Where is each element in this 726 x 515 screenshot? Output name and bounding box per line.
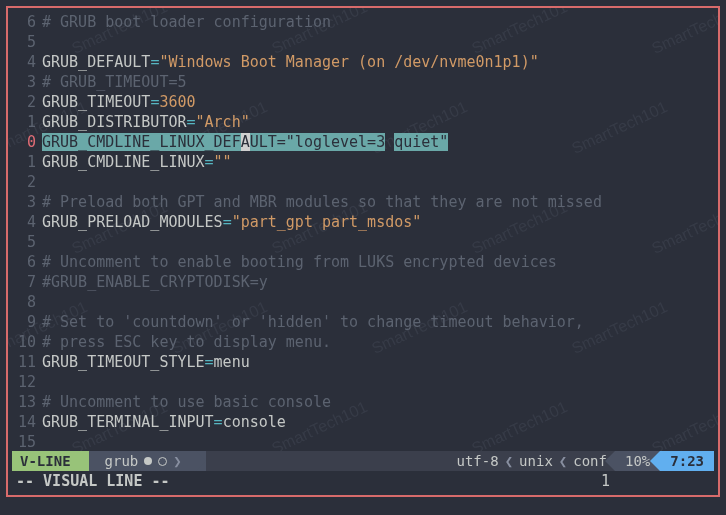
code-line[interactable]: 11GRUB_TIMEOUT_STYLE=menu (12, 352, 714, 372)
code-line[interactable]: 5 (12, 32, 714, 52)
line-number: 9 (12, 312, 42, 332)
code-line[interactable]: 2GRUB_TIMEOUT=3600 (12, 92, 714, 112)
line-number: 10 (12, 332, 42, 352)
code-content: # GRUB boot loader configuration (42, 12, 714, 32)
code-line[interactable]: 4GRUB_PRELOAD_MODULES="part_gpt part_msd… (12, 212, 714, 232)
code-content: # GRUB_TIMEOUT=5 (42, 72, 714, 92)
code-content: GRUB_DISTRIBUTOR="Arch" (42, 112, 714, 132)
encoding: utf-8 (457, 451, 499, 471)
position-segment: 7:23 (660, 451, 714, 471)
code-content: GRUB_PRELOAD_MODULES="part_gpt part_msdo… (42, 212, 714, 232)
filename: grub (105, 451, 139, 471)
filetype: conf (573, 451, 607, 471)
code-content (42, 372, 714, 392)
line-number: 1 (12, 112, 42, 132)
code-content (42, 432, 714, 449)
code-line[interactable]: 6# GRUB boot loader configuration (12, 12, 714, 32)
visual-count: 1 (601, 471, 710, 491)
code-line[interactable]: 5 (12, 232, 714, 252)
editor-area[interactable]: 6# GRUB boot loader configuration54GRUB_… (12, 12, 714, 449)
line-number: 7 (12, 272, 42, 292)
line-number: 6 (12, 252, 42, 272)
editor-frame: SmartTech101 SmartTech101 SmartTech101 S… (6, 6, 720, 497)
mode-message: -- VISUAL LINE -- (16, 471, 170, 491)
code-line[interactable]: 8 (12, 292, 714, 312)
code-line[interactable]: 3# Preload both GPT and MBR modules so t… (12, 192, 714, 212)
line-number: 0 (12, 132, 42, 152)
line-number: 2 (12, 172, 42, 192)
code-content: GRUB_TIMEOUT=3600 (42, 92, 714, 112)
line-number: 4 (12, 212, 42, 232)
code-content (42, 32, 714, 52)
line-number: 1 (12, 152, 42, 172)
line-ending: unix (519, 451, 553, 471)
line-number: 2 (12, 92, 42, 112)
chevron-right-icon: ❯ (173, 451, 181, 471)
code-content: # Set to 'countdown' or 'hidden' to chan… (42, 312, 714, 332)
code-line[interactable]: 6# Uncomment to enable booting from LUKS… (12, 252, 714, 272)
code-content: # press ESC key to display menu. (42, 332, 714, 352)
line-number: 5 (12, 32, 42, 52)
code-content (42, 172, 714, 192)
code-line[interactable]: 0GRUB_CMDLINE_LINUX_DEFAULT="loglevel=3 … (12, 132, 714, 152)
code-content: GRUB_TERMINAL_INPUT=console (42, 412, 714, 432)
encoding-segment: utf-8 ❮ unix ❮ conf (449, 451, 615, 471)
code-line[interactable]: 3# GRUB_TIMEOUT=5 (12, 72, 714, 92)
line-number: 8 (12, 292, 42, 312)
mode-indicator: V-LINE (12, 451, 89, 471)
modified-dot-icon (144, 457, 152, 465)
line-number: 11 (12, 352, 42, 372)
code-line[interactable]: 1GRUB_DISTRIBUTOR="Arch" (12, 112, 714, 132)
readonly-ring-icon (158, 457, 167, 466)
code-line[interactable]: 2 (12, 172, 714, 192)
code-line[interactable]: 14GRUB_TERMINAL_INPUT=console (12, 412, 714, 432)
code-content: GRUB_CMDLINE_LINUX="" (42, 152, 714, 172)
line-number: 4 (12, 52, 42, 72)
command-line[interactable]: -- VISUAL LINE -- 1 (12, 471, 714, 491)
code-content: # Uncomment to enable booting from LUKS … (42, 252, 714, 272)
code-content: GRUB_DEFAULT="Windows Boot Manager (on /… (42, 52, 714, 72)
code-content (42, 232, 714, 252)
code-line[interactable]: 9# Set to 'countdown' or 'hidden' to cha… (12, 312, 714, 332)
line-number: 12 (12, 372, 42, 392)
status-bar: V-LINE grub ❯ utf-8 ❮ unix ❮ conf 10% 7:… (12, 451, 714, 471)
code-content: #GRUB_ENABLE_CRYPTODISK=y (42, 272, 714, 292)
file-segment: grub ❯ (89, 451, 206, 471)
line-number: 6 (12, 12, 42, 32)
chevron-left-icon: ❮ (559, 451, 567, 471)
code-line[interactable]: 12 (12, 372, 714, 392)
code-content: GRUB_TIMEOUT_STYLE=menu (42, 352, 714, 372)
code-content (42, 292, 714, 312)
code-content: # Uncomment to use basic console (42, 392, 714, 412)
code-line[interactable]: 4GRUB_DEFAULT="Windows Boot Manager (on … (12, 52, 714, 72)
chevron-left-icon: ❮ (505, 451, 513, 471)
code-line[interactable]: 10# press ESC key to display menu. (12, 332, 714, 352)
line-number: 14 (12, 412, 42, 432)
code-content: GRUB_CMDLINE_LINUX_DEFAULT="loglevel=3 q… (42, 132, 714, 152)
code-line[interactable]: 15 (12, 432, 714, 449)
code-content: # Preload both GPT and MBR modules so th… (42, 192, 714, 212)
code-line[interactable]: 13# Uncomment to use basic console (12, 392, 714, 412)
code-line[interactable]: 7#GRUB_ENABLE_CRYPTODISK=y (12, 272, 714, 292)
line-number: 3 (12, 192, 42, 212)
code-line[interactable]: 1GRUB_CMDLINE_LINUX="" (12, 152, 714, 172)
line-number: 3 (12, 72, 42, 92)
line-number: 15 (12, 432, 42, 449)
line-number: 13 (12, 392, 42, 412)
line-number: 5 (12, 232, 42, 252)
